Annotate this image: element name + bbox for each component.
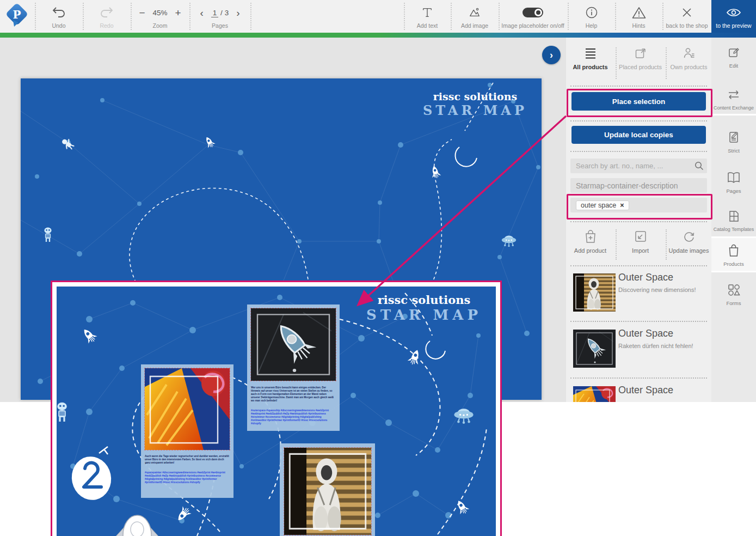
book-icon bbox=[711, 170, 756, 185]
tab-own-products[interactable]: Own products bbox=[666, 43, 711, 84]
page-separator: / bbox=[220, 9, 223, 17]
current-page: 1 bbox=[211, 9, 219, 17]
placed-product-card-lava[interactable]: Auch wenn die Tage wieder regnerischer u… bbox=[141, 364, 233, 498]
tab-label: Own products bbox=[666, 64, 711, 70]
svg-text:P: P bbox=[13, 8, 21, 21]
hints-button[interactable]: Hints bbox=[616, 0, 661, 33]
update-local-copies-button[interactable]: Update local copies bbox=[571, 126, 706, 144]
product-thumbnail-rocket bbox=[573, 330, 616, 368]
sidebar-divider bbox=[570, 321, 707, 322]
product-list-item[interactable]: Outer Space bbox=[566, 381, 711, 402]
shapes-icon bbox=[711, 283, 756, 297]
rail-item-catalog-templates[interactable]: Catalog Templates bbox=[711, 209, 756, 232]
exchange-arrows-icon bbox=[711, 88, 756, 102]
products-sidebar: All products Placed products Own product… bbox=[566, 38, 711, 402]
place-selection-button[interactable]: Place selection bbox=[571, 92, 706, 111]
info-icon bbox=[569, 5, 614, 20]
remove-tag-icon[interactable]: × bbox=[620, 202, 624, 209]
undo-button[interactable]: Undo bbox=[36, 0, 82, 33]
sidebar-divider bbox=[570, 377, 707, 379]
tab-label: Placed products bbox=[616, 64, 665, 70]
rail-label: Forms bbox=[711, 300, 756, 306]
to-preview-button[interactable]: to the preview bbox=[711, 0, 756, 33]
card-image-rocket bbox=[250, 308, 336, 381]
zoom-control: − 45% + Zoom bbox=[132, 0, 188, 33]
rail-item-forms[interactable]: Forms bbox=[711, 283, 756, 306]
back-to-shop-button[interactable]: back to the shop bbox=[663, 0, 710, 33]
card-image-astronaut bbox=[284, 447, 372, 535]
zoom-out-button[interactable]: − bbox=[139, 8, 145, 18]
eye-icon bbox=[711, 5, 756, 20]
module-rail: Edit Content Exchange Strict Pages bbox=[711, 38, 756, 402]
tab-placed-products[interactable]: Placed products bbox=[616, 43, 665, 84]
description-filter-field[interactable]: Starmap-container-description bbox=[570, 178, 707, 193]
shuttle-doodle bbox=[112, 515, 162, 536]
add-image-button[interactable]: Add image bbox=[452, 0, 497, 33]
rail-label: Catalog Templates bbox=[711, 227, 756, 232]
rail-item-content-exchange[interactable]: Content Exchange bbox=[711, 88, 756, 111]
zoom-in-button[interactable]: + bbox=[175, 8, 181, 18]
search-icon[interactable] bbox=[694, 161, 704, 170]
placed-icon bbox=[616, 45, 665, 62]
pages-label: Pages bbox=[190, 22, 249, 29]
card-hashtags: #outerspace #spaceship #discoveringnewdi… bbox=[251, 409, 336, 425]
add-product-button[interactable]: Add product bbox=[566, 228, 614, 254]
card-image-lava bbox=[144, 368, 230, 450]
product-title: Outer Space bbox=[618, 328, 673, 339]
next-page-button[interactable]: › bbox=[236, 8, 239, 18]
add-image-label: Add image bbox=[452, 22, 497, 29]
action-label: Add product bbox=[566, 247, 614, 254]
pages-control: ‹ 1 / 3 › Pages bbox=[190, 0, 249, 33]
sidebar-divider bbox=[570, 221, 707, 222]
hints-label: Hints bbox=[616, 22, 661, 29]
product-list-item[interactable]: Outer Space Raketen dürfen nicht fehlen! bbox=[566, 325, 711, 376]
sidebar-divider bbox=[570, 86, 707, 87]
rail-item-pages[interactable]: Pages bbox=[711, 170, 756, 194]
text-icon bbox=[405, 5, 450, 20]
shopping-bag-icon bbox=[711, 243, 756, 258]
product-list-item[interactable]: Outer Space Discovering new dimensions! bbox=[566, 269, 711, 320]
card-body-text: Auch wenn die Tage wieder regnerischer u… bbox=[145, 455, 230, 465]
rail-label: Strict bbox=[711, 148, 756, 154]
app-logo[interactable]: P bbox=[4, 4, 29, 29]
product-description: Raketen dürfen nicht fehlen! bbox=[618, 343, 693, 349]
redo-button[interactable]: Redo bbox=[84, 0, 130, 33]
back-to-shop-label: back to the shop bbox=[663, 22, 710, 29]
placed-product-card-astronaut[interactable] bbox=[280, 443, 375, 536]
sidebar-divider bbox=[570, 265, 707, 266]
rail-item-products[interactable]: Products bbox=[711, 243, 756, 267]
action-label: Update images bbox=[666, 247, 711, 254]
image-placeholder-label: Image placeholder on/off bbox=[500, 22, 566, 29]
image-placeholder-toggle[interactable] bbox=[523, 8, 543, 17]
tag-filter-field[interactable]: outer space × bbox=[570, 198, 707, 212]
filter-tag-chip[interactable]: outer space × bbox=[576, 200, 629, 210]
product-title: Outer Space bbox=[618, 385, 673, 396]
image-icon bbox=[452, 5, 497, 20]
undo-label: Undo bbox=[36, 22, 82, 29]
search-input[interactable] bbox=[570, 159, 707, 173]
total-pages: 3 bbox=[225, 9, 229, 17]
product-description: Discovering new dimensions! bbox=[618, 287, 696, 293]
toolbar-divider bbox=[250, 3, 251, 30]
brand-line2: STAR MAP bbox=[366, 307, 482, 324]
sidebar-divider bbox=[570, 151, 707, 152]
add-text-label: Add text bbox=[405, 22, 450, 29]
tab-all-products[interactable]: All products bbox=[566, 43, 614, 84]
update-images-button[interactable]: Update images bbox=[666, 228, 711, 254]
add-text-button[interactable]: Add text bbox=[405, 0, 450, 33]
inset-brand: rissc solutions STAR MAP bbox=[366, 293, 482, 324]
rail-item-strict[interactable]: Strict bbox=[711, 130, 756, 154]
import-button[interactable]: Import bbox=[616, 228, 665, 254]
rail-item-edit[interactable]: Edit bbox=[711, 45, 756, 69]
list-icon bbox=[566, 45, 614, 62]
prev-page-button[interactable]: ‹ bbox=[200, 8, 204, 18]
redo-icon bbox=[84, 5, 130, 20]
zoomed-starmap-callout: rissc solutions STAR MAP Wer uns in unse… bbox=[51, 281, 502, 536]
import-icon bbox=[616, 228, 665, 245]
chevron-right-icon: › bbox=[550, 50, 553, 61]
help-button[interactable]: Help bbox=[569, 0, 614, 33]
placed-product-card-rocket[interactable]: Wer uns in unserem Büro besucht kann ein… bbox=[247, 304, 340, 431]
sidebar-expand-button[interactable]: › bbox=[542, 46, 561, 64]
bag-plus-icon bbox=[566, 228, 614, 245]
rail-label: Products bbox=[711, 261, 756, 267]
